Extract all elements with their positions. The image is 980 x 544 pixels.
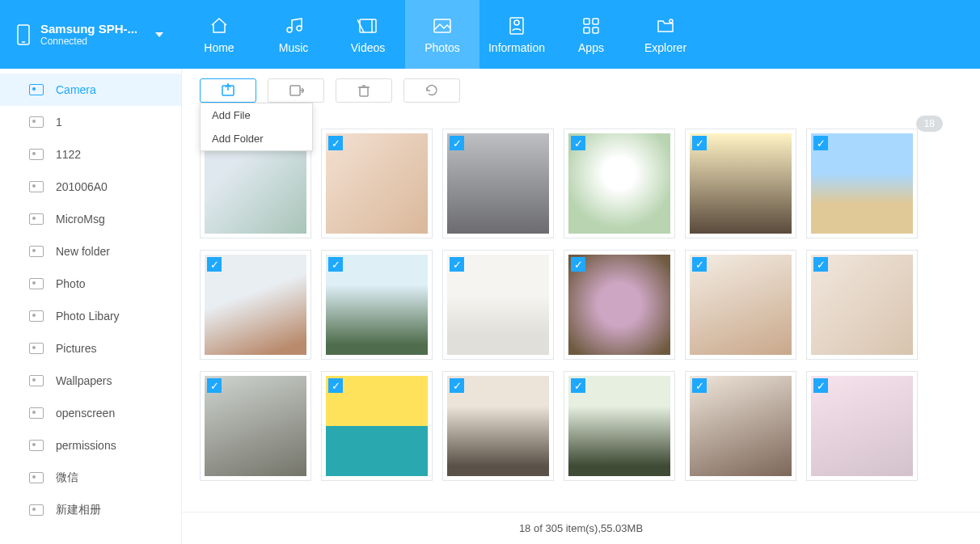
selected-check-icon: ✓ <box>692 136 707 150</box>
selected-check-icon: ✓ <box>207 378 222 393</box>
photo-thumb[interactable]: ✓ <box>442 250 554 360</box>
sidebar-item[interactable]: 1 <box>0 106 181 138</box>
selected-check-icon: ✓ <box>207 257 222 272</box>
sidebar-label: 1122 <box>56 148 81 161</box>
sidebar-label: 微信 <box>56 470 78 485</box>
nav-home[interactable]: Home <box>182 0 256 69</box>
photo-thumb[interactable]: ✓ <box>564 371 675 481</box>
nav-apps[interactable]: Apps <box>554 0 628 69</box>
sidebar-item[interactable]: 新建相册 <box>0 494 181 526</box>
svg-point-9 <box>514 20 519 25</box>
nav-label: Videos <box>351 41 386 54</box>
photo-thumb[interactable]: ✓ <box>442 371 554 481</box>
sidebar-label: Pictures <box>56 342 97 355</box>
nav-videos[interactable]: Videos <box>331 0 405 69</box>
sidebar-label: Wallpapers <box>56 374 112 387</box>
export-button[interactable] <box>268 78 324 103</box>
folder-icon <box>29 407 44 419</box>
sidebar-item[interactable]: Photo <box>0 268 181 300</box>
top-nav: HomeMusicVideosPhotosInformationAppsExpl… <box>182 0 703 69</box>
svg-rect-12 <box>584 27 589 33</box>
folder-icon <box>29 213 44 225</box>
delete-button[interactable] <box>336 78 392 103</box>
export-icon <box>288 83 304 98</box>
photo-thumb[interactable]: ✓ <box>200 250 311 360</box>
nav-explorer[interactable]: Explorer <box>628 0 703 69</box>
selected-check-icon: ✓ <box>692 257 707 272</box>
sidebar-label: Photo <box>56 277 86 290</box>
add-file-option[interactable]: Add File <box>201 103 312 127</box>
sidebar-item[interactable]: 201006A0 <box>0 171 181 203</box>
sidebar-item[interactable]: Pictures <box>0 332 181 365</box>
photo-thumb[interactable]: ✓ <box>564 250 675 360</box>
sidebar-item[interactable]: 微信 <box>0 462 181 494</box>
photo-thumb[interactable]: ✓ <box>321 129 433 238</box>
import-dropdown: Add File Add Folder <box>200 103 313 151</box>
device-status: Connected <box>40 36 137 47</box>
sidebar-label: 新建相册 <box>56 503 101 517</box>
photo-thumb[interactable]: ✓ <box>685 371 796 481</box>
photo-thumb[interactable]: ✓ <box>806 250 918 360</box>
explorer-icon <box>655 15 676 35</box>
sidebar-item[interactable]: Camera <box>0 74 181 106</box>
sidebar-label: permissions <box>56 439 116 452</box>
sidebar-label: Camera <box>56 83 96 96</box>
music-icon <box>283 15 304 35</box>
nav-label: Apps <box>578 41 604 54</box>
photo-thumb[interactable]: ✓ <box>685 129 796 238</box>
sidebar-item[interactable]: openscreen <box>0 397 181 429</box>
selected-check-icon: ✓ <box>571 136 585 150</box>
selected-check-icon: ✓ <box>328 257 343 272</box>
sidebar-item[interactable]: 1122 <box>0 138 181 171</box>
chevron-down-icon <box>155 32 163 37</box>
photo-thumb[interactable]: ✓ <box>806 129 918 238</box>
import-button[interactable] <box>200 78 256 103</box>
refresh-button[interactable] <box>403 78 460 103</box>
sidebar-item[interactable]: New folder <box>0 235 181 268</box>
photo-thumb[interactable]: ✓ <box>806 371 918 481</box>
folder-icon <box>29 149 44 160</box>
photo-grid: ✓✓✓✓✓✓✓✓✓✓✓✓✓✓✓✓✓✓ <box>200 129 962 481</box>
svg-rect-10 <box>584 19 589 24</box>
photo-thumb[interactable]: ✓ <box>685 250 796 360</box>
sidebar-label: New folder <box>56 245 110 258</box>
selected-check-icon: ✓ <box>692 378 707 393</box>
folder-icon <box>29 84 44 95</box>
photo-thumb[interactable]: ✓ <box>564 129 675 238</box>
home-icon <box>209 15 230 35</box>
selected-check-icon: ✓ <box>328 378 343 393</box>
svg-point-3 <box>297 26 302 31</box>
nav-label: Home <box>204 41 234 54</box>
import-icon <box>220 83 236 98</box>
photo-thumb[interactable]: ✓ <box>200 371 311 481</box>
sidebar-item[interactable]: permissions <box>0 429 181 462</box>
trash-icon <box>357 83 371 98</box>
svg-rect-11 <box>593 19 598 24</box>
nav-photos[interactable]: Photos <box>405 0 479 69</box>
svg-rect-19 <box>360 87 368 96</box>
folder-icon <box>29 472 44 483</box>
svg-line-5 <box>357 19 364 32</box>
sidebar-item[interactable]: MicroMsg <box>0 203 181 235</box>
sidebar-label: Photo Libary <box>56 310 120 323</box>
status-bar: 18 of 305 item(s),55.03MB <box>182 512 980 544</box>
count-badge: 18 <box>916 116 943 132</box>
folder-icon <box>29 310 44 322</box>
photo-thumb[interactable]: ✓ <box>321 371 433 481</box>
sidebar-item[interactable]: Wallpapers <box>0 365 181 397</box>
refresh-icon <box>425 83 439 98</box>
nav-music[interactable]: Music <box>256 0 331 69</box>
nav-label: Photos <box>425 41 460 54</box>
photo-thumb[interactable]: ✓ <box>321 250 433 360</box>
information-icon <box>506 15 527 35</box>
nav-label: Music <box>279 41 309 54</box>
selected-check-icon: ✓ <box>450 257 464 272</box>
nav-information[interactable]: Information <box>479 0 554 69</box>
folder-icon <box>29 504 44 516</box>
svg-point-2 <box>287 27 292 32</box>
add-folder-option[interactable]: Add Folder <box>201 127 312 150</box>
device-selector[interactable]: Samsung SPH-... Connected <box>0 0 182 69</box>
sidebar-item[interactable]: Photo Libary <box>0 300 181 332</box>
photo-thumb[interactable]: ✓ <box>442 129 554 238</box>
sidebar-label: 1 <box>56 116 62 129</box>
